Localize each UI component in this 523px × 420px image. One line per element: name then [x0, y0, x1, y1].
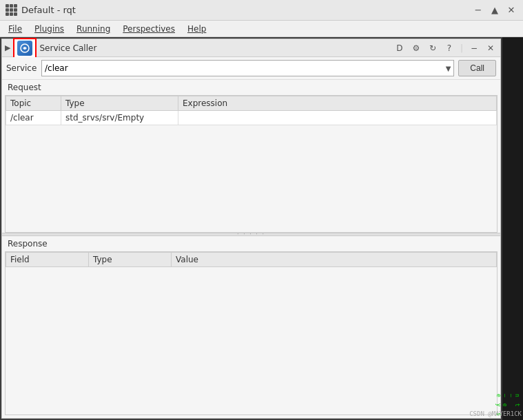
window-title: Default - rqt: [21, 5, 76, 15]
menu-running-label: Running: [76, 24, 110, 34]
request-section-header: Request: [2, 80, 500, 95]
minimize-plugin-btn[interactable]: −: [467, 41, 481, 55]
call-button[interactable]: Call: [458, 60, 496, 76]
menu-perspectives-label: Perspectives: [123, 24, 175, 34]
response-section-header: Response: [2, 236, 500, 251]
response-col-type: Type: [89, 253, 172, 267]
close-plugin-btn[interactable]: ✕: [484, 41, 498, 55]
menu-file-label: File: [8, 24, 22, 34]
request-col-type: Type: [61, 96, 178, 111]
request-table-container: Topic Type Expression /clear std_srvs/sr…: [5, 95, 498, 233]
request-table-row[interactable]: /clear std_srvs/srv/Empty: [6, 111, 497, 125]
right-panel: n t–– ee y s: [502, 37, 523, 420]
plugin-icon-box[interactable]: [13, 38, 37, 59]
menu-plugins-label: Plugins: [34, 24, 64, 34]
plugin-panel: ▶ Service Caller D ⚙ ↻ ? |: [1, 39, 501, 419]
gear-icon-btn[interactable]: ⚙: [409, 41, 423, 55]
request-cell-topic: /clear: [6, 111, 61, 125]
plugin-header-right: D ⚙ ↻ ? | − ✕: [393, 41, 498, 55]
watermark: CSDN @MAYER1CK: [469, 410, 522, 417]
menubar: File Plugins Running Perspectives Help: [0, 21, 523, 37]
maximize-button[interactable]: ▲: [489, 4, 501, 17]
dropdown-arrow-icon: ▼: [446, 65, 451, 72]
menu-running[interactable]: Running: [71, 23, 116, 35]
minimize-button[interactable]: −: [472, 4, 484, 17]
menu-perspectives[interactable]: Perspectives: [117, 23, 181, 35]
response-section: Response Field Type Value: [2, 236, 500, 418]
response-col-field: Field: [6, 253, 89, 267]
breadcrumb-arrow: ▶: [5, 43, 10, 52]
service-row: Service /clear ▼ Call: [2, 57, 500, 80]
service-caller-icon: [17, 41, 32, 56]
app-grid-icon[interactable]: [6, 4, 17, 16]
svg-point-1: [24, 47, 26, 49]
menu-plugins[interactable]: Plugins: [29, 23, 70, 35]
response-table-container: Field Type Value: [5, 251, 498, 415]
plugin-header-left: ▶ Service Caller: [5, 38, 96, 59]
menu-help-label: Help: [187, 24, 206, 34]
titlebar-left: Default - rqt: [6, 4, 76, 16]
titlebar-controls: − ▲ ✕: [472, 4, 517, 17]
service-dropdown[interactable]: /clear ▼: [41, 60, 454, 76]
request-table: Topic Type Expression /clear std_srvs/sr…: [6, 96, 497, 125]
titlebar: Default - rqt − ▲ ✕: [0, 0, 523, 21]
service-label: Service: [6, 63, 37, 73]
close-button[interactable]: ✕: [505, 4, 517, 17]
response-col-value: Value: [172, 253, 497, 267]
request-cell-expression[interactable]: [178, 111, 497, 125]
d-icon-btn[interactable]: D: [393, 41, 407, 55]
main-content: ▶ Service Caller D ⚙ ↻ ? |: [0, 37, 523, 420]
plugin-header: ▶ Service Caller D ⚙ ↻ ? |: [2, 39, 500, 57]
request-cell-type: std_srvs/srv/Empty: [61, 111, 178, 125]
service-value: /clear: [45, 63, 68, 73]
request-col-expression: Expression: [178, 96, 497, 111]
plugin-title: Service Caller: [39, 43, 96, 53]
refresh-icon-btn[interactable]: ↻: [426, 41, 440, 55]
response-table: Field Type Value: [6, 252, 497, 267]
menu-file[interactable]: File: [3, 23, 28, 35]
menu-help[interactable]: Help: [182, 23, 212, 35]
request-col-topic: Topic: [6, 96, 61, 111]
help-icon-btn[interactable]: ?: [442, 41, 456, 55]
